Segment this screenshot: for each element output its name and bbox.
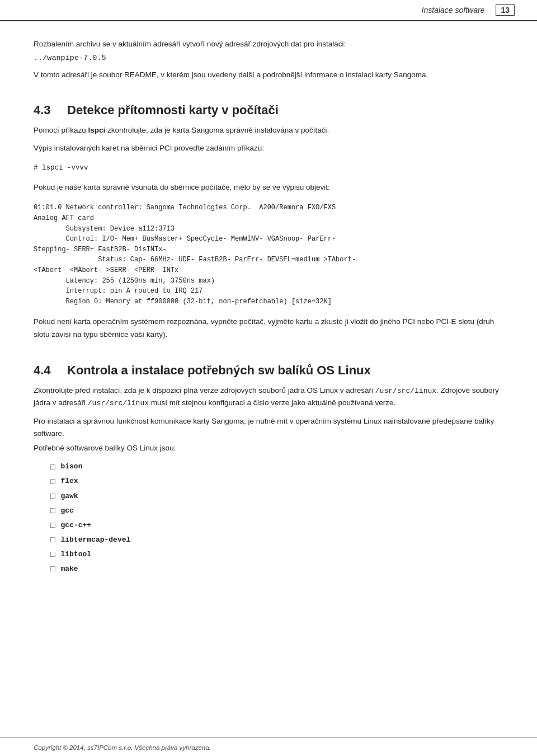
section-43-para1: Pomocí příkazu lspci zkontrolujte, zda j… (34, 124, 503, 137)
package-name: gawk (60, 490, 78, 502)
section-44: 4.4 Kontrola a instalace potřebných sw b… (34, 363, 503, 575)
package-name: gcc (60, 505, 73, 516)
list-item: make (50, 562, 503, 575)
intro-line2: V tomto adresáři je soubor README, v kte… (34, 69, 503, 81)
section-43-header: 4.3 Detekce přítomnosti karty v počítači (34, 103, 503, 118)
list-item: gcc-c++ (50, 519, 503, 532)
package-name: libtool (60, 548, 91, 560)
package-name: gcc-c++ (60, 519, 91, 531)
intro-path: ../wanpipe-7.0.5 (34, 54, 503, 62)
package-name: bison (60, 461, 82, 472)
intro-line1: Rozbalením archivu se v aktuálním adresá… (34, 38, 503, 50)
list-item: libtool (50, 548, 503, 561)
package-name: libtermcap-devel (60, 534, 130, 546)
packages-list: bisonflexgawkgccgcc-c++libtermcap-devell… (50, 461, 503, 576)
section-44-para2: Pro instalaci a správnou funkčnost komun… (34, 415, 503, 440)
header-page-number: 13 (496, 4, 515, 16)
section-43-para2: Výpis instalovaných karet na sběrnici PC… (34, 142, 503, 154)
page-footer: Copyright © 2014, ss7IPCom s.r.o. Všechn… (0, 738, 537, 756)
section-44-body: Zkontrolujte před instalací, zda je k di… (34, 384, 503, 575)
header-title: Instalace software (422, 6, 485, 15)
page: Instalace software 13 Rozbalením archivu… (0, 0, 537, 756)
footer-text: Copyright © 2014, ss7IPCom s.r.o. Všechn… (34, 744, 211, 751)
section-43-para3: Pokud je naše karta správně vsunutá do s… (34, 181, 503, 194)
section-44-header: 4.4 Kontrola a instalace potřebných sw b… (34, 363, 503, 378)
section-44-para1: Zkontrolujte před instalací, zda je k di… (34, 384, 503, 410)
lspci-output: 01:01.0 Network controller: Sangoma Tech… (34, 203, 503, 307)
section-43-num: 4.3 (34, 103, 67, 118)
section-43-title: Detekce přítomnosti karty v počítači (67, 103, 279, 118)
package-name: make (60, 563, 78, 575)
section-43: 4.3 Detekce přítomnosti karty v počítači… (34, 103, 503, 341)
section-44-title: Kontrola a instalace potřebných sw balík… (67, 363, 371, 378)
list-item: flex (50, 475, 503, 488)
section-43-body: Pomocí příkazu lspci zkontrolujte, zda j… (34, 124, 503, 341)
section-43-para4: Pokud není karta operačním systémem rozp… (34, 316, 503, 341)
lspci-command: # lspci -vvvv (34, 163, 503, 173)
list-item: gawk (50, 490, 503, 503)
path-linux-2: /usr/src/linux (88, 399, 149, 407)
list-item: libtermcap-devel (50, 533, 503, 546)
lspci-bold: lspci (88, 126, 106, 134)
content-area: Rozbalením archivu se v aktuálním adresá… (0, 38, 537, 614)
page-header: Instalace software 13 (0, 0, 537, 21)
list-item: bison (50, 461, 503, 473)
section-44-para3: Potřebné softwarové balíky OS Linux jsou… (34, 442, 503, 454)
section-44-num: 4.4 (34, 363, 67, 378)
path-linux-1: /usr/src/linux (375, 387, 436, 395)
package-name: flex (60, 475, 78, 487)
list-item: gcc (50, 504, 503, 517)
